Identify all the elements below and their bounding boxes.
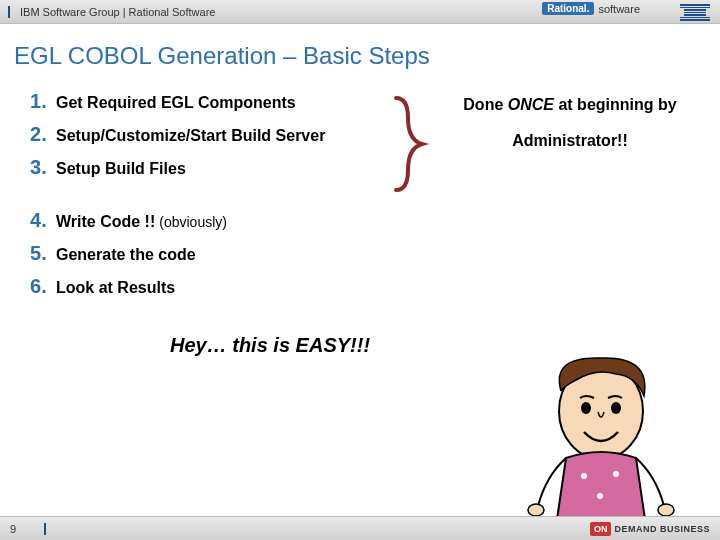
on-demand-badge: ON DEMAND BUSINESS (590, 522, 710, 536)
on-box-icon: ON (590, 522, 612, 536)
annotation-line2: Administrator!! (430, 132, 710, 150)
steps-list-2: Write Code !! (obviously) Generate the c… (30, 209, 720, 298)
svg-point-6 (613, 471, 619, 477)
cartoon-person-icon (516, 346, 686, 536)
footer-bar: 9 ON DEMAND BUSINESS (0, 516, 720, 540)
svg-point-5 (581, 473, 587, 479)
header-bar: IBM Software Group | Rational Software R… (0, 0, 720, 24)
svg-point-7 (597, 493, 603, 499)
brace-icon (390, 94, 430, 194)
content-area: Done ONCE at beginning by Administrator!… (0, 90, 720, 357)
breadcrumb: IBM Software Group | Rational Software (20, 6, 215, 18)
page-number: 9 (10, 523, 16, 535)
svg-point-2 (611, 402, 621, 414)
step-item: Write Code !! (obviously) (30, 209, 720, 232)
demand-label: DEMAND BUSINESS (614, 524, 710, 534)
annotation-line1: Done ONCE at beginning by (430, 96, 710, 114)
annotation-block: Done ONCE at beginning by Administrator!… (430, 96, 710, 150)
software-label: software (598, 3, 640, 15)
step-item: Setup Build Files (30, 156, 720, 179)
rational-logo: Rational. (542, 2, 594, 15)
footer-tick-icon (44, 523, 46, 535)
page-title: EGL COBOL Generation – Basic Steps (0, 24, 720, 80)
svg-point-4 (658, 504, 674, 516)
rational-badge: Rational. software (542, 2, 640, 15)
svg-point-1 (581, 402, 591, 414)
step-item: Look at Results (30, 275, 720, 298)
step-item: Generate the code (30, 242, 720, 265)
ibm-logo-icon (680, 4, 710, 21)
svg-point-3 (528, 504, 544, 516)
header-tick-icon (8, 6, 10, 18)
